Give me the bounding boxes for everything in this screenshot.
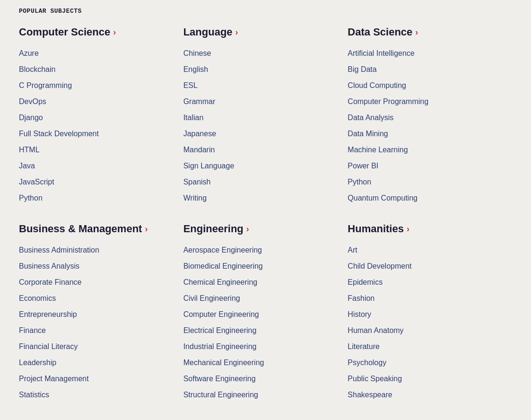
link-html[interactable]: HTML: [19, 146, 40, 154]
link-spanish[interactable]: Spanish: [183, 178, 211, 186]
list-item: HTML: [19, 144, 174, 156]
section-humanities: Humanities›ArtChild DevelopmentEpidemics…: [348, 223, 503, 401]
section-header-language[interactable]: Language›: [183, 26, 339, 38]
chevron-right-icon-computer-science: ›: [113, 27, 116, 37]
list-item: Python: [19, 192, 174, 204]
link-biomedical-engineering[interactable]: Biomedical Engineering: [183, 262, 263, 270]
section-header-data-science[interactable]: Data Science›: [348, 26, 503, 38]
link-human-anatomy[interactable]: Human Anatomy: [348, 326, 403, 334]
link-public-speaking[interactable]: Public Speaking: [348, 375, 402, 383]
link-history[interactable]: History: [348, 310, 371, 318]
link-django[interactable]: Django: [19, 114, 43, 122]
link-data-mining[interactable]: Data Mining: [348, 130, 388, 138]
link-power-bi[interactable]: Power BI: [348, 162, 378, 170]
list-item: Fashion: [348, 293, 503, 304]
link-business-administration[interactable]: Business Administration: [19, 246, 99, 254]
link-quantum-computing[interactable]: Quantum Computing: [348, 194, 418, 202]
link-java[interactable]: Java: [19, 162, 35, 170]
link-project-management[interactable]: Project Management: [19, 375, 89, 383]
link-computer-programming[interactable]: Computer Programming: [348, 97, 428, 105]
link-japanese[interactable]: Japanese: [183, 130, 216, 138]
list-item: Business Analysis: [19, 261, 174, 272]
link-italian[interactable]: Italian: [183, 114, 204, 122]
link-c-programming[interactable]: C Programming: [19, 81, 72, 89]
list-item: Python: [348, 176, 503, 188]
link-software-engineering[interactable]: Software Engineering: [183, 375, 256, 383]
link-chinese[interactable]: Chinese: [183, 49, 211, 57]
link-writing[interactable]: Writing: [183, 194, 207, 202]
link-corporate-finance[interactable]: Corporate Finance: [19, 278, 82, 286]
list-item: Literature: [348, 341, 503, 352]
link-art[interactable]: Art: [348, 246, 357, 254]
link-python[interactable]: Python: [19, 194, 43, 202]
chevron-right-icon-language: ›: [235, 27, 238, 37]
link-artificial-intelligence[interactable]: Artificial Intelligence: [348, 49, 414, 57]
link-machine-learning[interactable]: Machine Learning: [348, 146, 408, 154]
link-python[interactable]: Python: [348, 178, 371, 186]
link-chemical-engineering[interactable]: Chemical Engineering: [183, 278, 258, 286]
link-entrepreneurship[interactable]: Entrepreneurship: [19, 310, 77, 318]
link-statistics[interactable]: Statistics: [19, 391, 49, 399]
link-shakespeare[interactable]: Shakespeare: [348, 391, 392, 399]
link-devops[interactable]: DevOps: [19, 97, 46, 105]
list-item: ESL: [183, 80, 339, 91]
link-epidemics[interactable]: Epidemics: [348, 278, 383, 286]
list-item: Mechanical Engineering: [183, 357, 339, 368]
list-item: Entrepreneurship: [19, 309, 174, 320]
link-data-analysis[interactable]: Data Analysis: [348, 114, 393, 122]
link-psychology[interactable]: Psychology: [348, 359, 386, 367]
column-2: Language›ChineseEnglishESLGrammarItalian…: [183, 26, 348, 420]
link-blockchain[interactable]: Blockchain: [19, 65, 55, 73]
link-grammar[interactable]: Grammar: [183, 97, 216, 105]
section-title-humanities: Humanities: [348, 223, 404, 235]
link-javascript[interactable]: JavaScript: [19, 178, 54, 186]
link-finance[interactable]: Finance: [19, 326, 46, 334]
link-structural-engineering[interactable]: Structural Engineering: [183, 391, 258, 399]
list-item: Artificial Intelligence: [348, 48, 503, 59]
list-item: Electrical Engineering: [183, 325, 339, 336]
list-item: Statistics: [19, 389, 174, 401]
link-sign-language[interactable]: Sign Language: [183, 162, 235, 170]
section-header-humanities[interactable]: Humanities›: [348, 223, 503, 235]
link-mandarin[interactable]: Mandarin: [183, 146, 215, 154]
list-item: Blockchain: [19, 64, 174, 75]
link-aerospace-engineering[interactable]: Aerospace Engineering: [183, 246, 262, 254]
list-item: Financial Literacy: [19, 341, 174, 352]
link-industrial-engineering[interactable]: Industrial Engineering: [183, 342, 257, 350]
link-civil-engineering[interactable]: Civil Engineering: [183, 294, 240, 302]
section-header-computer-science[interactable]: Computer Science›: [19, 26, 174, 38]
link-mechanical-engineering[interactable]: Mechanical Engineering: [183, 359, 264, 367]
section-items-humanities: ArtChild DevelopmentEpidemicsFashionHist…: [348, 245, 503, 401]
link-literature[interactable]: Literature: [348, 342, 380, 350]
popular-subjects-label: Popular Subjects: [19, 8, 512, 15]
link-economics[interactable]: Economics: [19, 294, 56, 302]
section-business-management: Business & Management›Business Administr…: [19, 223, 174, 401]
link-english[interactable]: English: [183, 65, 208, 73]
link-electrical-engineering[interactable]: Electrical Engineering: [183, 326, 257, 334]
link-leadership[interactable]: Leadership: [19, 359, 56, 367]
link-fashion[interactable]: Fashion: [348, 294, 374, 302]
link-computer-engineering[interactable]: Computer Engineering: [183, 310, 259, 318]
link-business-analysis[interactable]: Business Analysis: [19, 262, 79, 270]
link-cloud-computing[interactable]: Cloud Computing: [348, 81, 406, 89]
link-financial-literacy[interactable]: Financial Literacy: [19, 342, 78, 350]
section-engineering: Engineering›Aerospace EngineeringBiomedi…: [183, 223, 339, 401]
chevron-right-icon-engineering: ›: [246, 224, 249, 234]
list-item: Structural Engineering: [183, 389, 339, 401]
list-item: Azure: [19, 48, 174, 59]
list-item: DevOps: [19, 96, 174, 107]
list-item: English: [183, 64, 339, 75]
link-big-data[interactable]: Big Data: [348, 65, 376, 73]
list-item: Shakespeare: [348, 389, 503, 401]
section-header-engineering[interactable]: Engineering›: [183, 223, 339, 235]
section-items-business-management: Business AdministrationBusiness Analysis…: [19, 245, 174, 401]
link-esl[interactable]: ESL: [183, 81, 198, 89]
section-title-business-management: Business & Management: [19, 223, 142, 235]
section-header-business-management[interactable]: Business & Management›: [19, 223, 174, 235]
link-child-development[interactable]: Child Development: [348, 262, 411, 270]
link-azure[interactable]: Azure: [19, 49, 39, 57]
list-item: Chemical Engineering: [183, 277, 339, 288]
link-full-stack-development[interactable]: Full Stack Development: [19, 130, 99, 138]
list-item: Epidemics: [348, 277, 503, 288]
list-item: Machine Learning: [348, 144, 503, 156]
